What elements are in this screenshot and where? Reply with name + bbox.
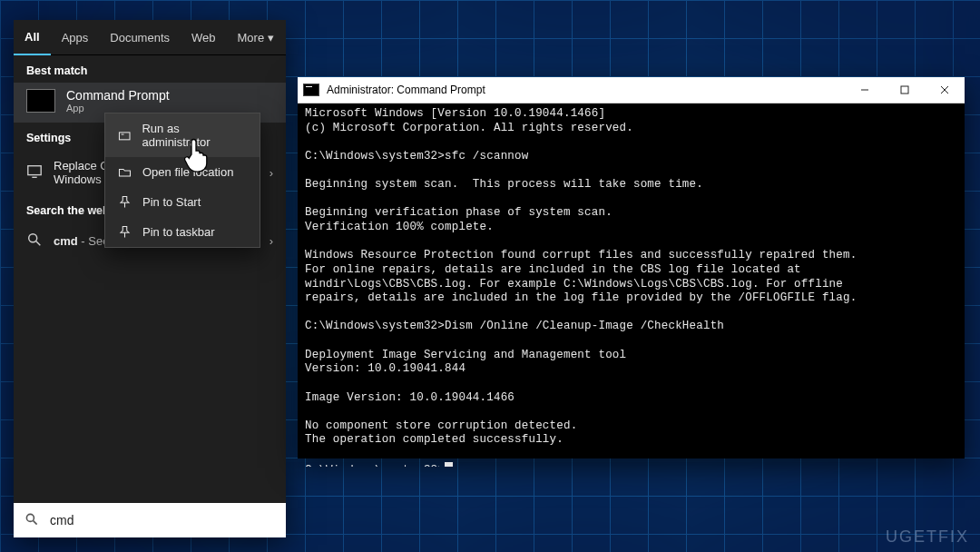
tab-apps[interactable]: Apps — [51, 20, 100, 54]
watermark: UGETFIX — [886, 527, 969, 547]
ctx-label: Pin to Start — [142, 195, 201, 209]
ctx-label: Open file location — [142, 165, 233, 179]
window-controls — [845, 77, 965, 103]
more-label: More — [238, 31, 265, 44]
maximize-button[interactable] — [885, 77, 925, 103]
ctx-label: Pin to taskbar — [142, 225, 215, 239]
svg-point-1 — [29, 234, 37, 242]
search-input-container — [14, 503, 286, 537]
search-input[interactable] — [48, 512, 275, 528]
svg-rect-3 — [119, 132, 130, 139]
tab-web[interactable]: Web — [181, 20, 227, 54]
chevron-right-icon: › — [270, 166, 273, 180]
svg-rect-0 — [28, 165, 41, 174]
best-match-title: Command Prompt — [66, 88, 170, 103]
svg-rect-4 — [901, 86, 908, 94]
minimize-button[interactable] — [845, 77, 885, 103]
admin-shield-icon — [118, 129, 131, 143]
terminal-cursor — [445, 462, 453, 467]
search-icon — [26, 232, 43, 251]
ctx-label: Run as administrator — [142, 122, 247, 149]
pin-icon — [118, 225, 132, 239]
pin-icon — [118, 195, 132, 209]
settings-item-label: Replace C Windows — [54, 159, 109, 186]
best-match-header: Best match — [14, 55, 286, 83]
tab-documents[interactable]: Documents — [99, 20, 181, 54]
web-result-query: cmd — [54, 234, 78, 248]
cmd-window: Administrator: Command Prompt Microsoft … — [298, 77, 965, 458]
chevron-down-icon: ▾ — [268, 31, 274, 44]
tab-all[interactable]: All — [14, 19, 51, 55]
tab-more[interactable]: More ▾ — [227, 31, 286, 44]
ctx-run-as-admin[interactable]: Run as administrator — [105, 113, 260, 157]
settings-item-line2: Windows — [54, 172, 109, 186]
best-match-text: Command Prompt App — [66, 88, 170, 113]
context-menu: Run as administrator Open file location … — [104, 113, 260, 248]
ctx-pin-start[interactable]: Pin to Start — [105, 187, 260, 217]
titlebar[interactable]: Administrator: Command Prompt — [298, 77, 965, 104]
terminal-output[interactable]: Microsoft Windows [Version 10.0.19044.14… — [298, 104, 965, 467]
windows-search-panel: All Apps Documents Web More ▾ Best match… — [14, 20, 286, 537]
cmd-prompt-icon — [26, 89, 55, 113]
svg-point-2 — [26, 514, 34, 521]
search-tabs: All Apps Documents Web More ▾ — [14, 20, 286, 55]
chevron-right-icon: › — [270, 234, 273, 248]
folder-icon — [118, 165, 132, 179]
cmd-window-icon — [303, 84, 319, 96]
close-button[interactable] — [925, 77, 965, 103]
search-icon — [24, 512, 39, 529]
monitor-icon — [26, 163, 43, 182]
settings-item-line1: Replace C — [54, 159, 109, 172]
ctx-pin-taskbar[interactable]: Pin to taskbar — [105, 217, 260, 247]
window-title: Administrator: Command Prompt — [327, 84, 485, 96]
ctx-open-location[interactable]: Open file location — [105, 157, 260, 187]
